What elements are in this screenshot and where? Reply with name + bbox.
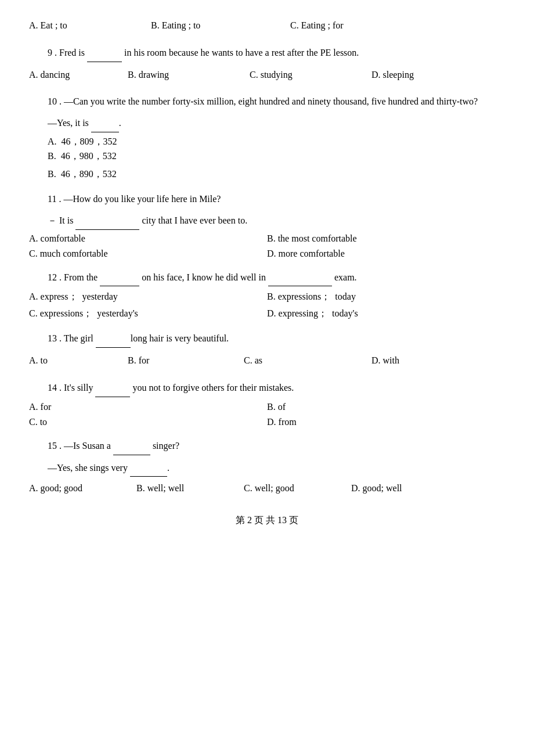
question-13: 13 . The girl long hair is very beautifu… <box>29 330 505 369</box>
q14-option-b: B. of <box>267 402 505 412</box>
q13-option-c: C. as <box>244 352 366 369</box>
q13-options: A. to B. for C. as D. with <box>29 352 505 369</box>
question-abc: A. Eat ; to B. Eating ; to C. Eating ; f… <box>29 17 505 34</box>
q13-option-a: A. to <box>29 352 122 369</box>
q10-text: 10 . —Can you write the number forty-six… <box>29 93 505 110</box>
q11-options-row2: C. much comfortable D. more comfortable <box>29 249 505 259</box>
q10-answer: —Yes, it is . <box>29 115 505 132</box>
q10-option-b1: B. 46，980，532 <box>29 150 505 163</box>
question-12: 12 . From the on his face, I know he did… <box>29 269 505 321</box>
q15-option-c: C. well; good <box>244 480 345 497</box>
q13-option-d: D. with <box>371 352 488 369</box>
question-10: 10 . —Can you write the number forty-six… <box>29 93 505 181</box>
q12-text: 12 . From the on his face, I know he did… <box>29 269 505 287</box>
page-number: 第 2 页 共 13 页 <box>236 515 298 525</box>
q14-blank <box>95 380 130 397</box>
q12-options-row2: C. expressions； yesterday's D. expressin… <box>29 308 505 320</box>
q15-option-a: A. good; good <box>29 480 131 497</box>
q14-option-d: D. from <box>267 417 505 427</box>
q15-option-b: B. well; well <box>136 480 238 497</box>
q11-option-b: B. the most comfortable <box>267 233 505 244</box>
question-15: 15 . —Is Susan a singer? —Yes, she sings… <box>29 438 505 497</box>
q12-options: A. express； yesterday B. expressions； to… <box>29 291 505 303</box>
q15-line1: 15 . —Is Susan a singer? <box>29 438 505 455</box>
q15-options: A. good; good B. well; well C. well; goo… <box>29 480 505 497</box>
q12-option-d: D. expressing； today's <box>267 308 505 320</box>
q12-blank1 <box>100 269 139 287</box>
option-b: B. Eating ; to <box>151 17 284 34</box>
q9-option-a: A. dancing <box>29 67 122 84</box>
q11-option-a: A. comfortable <box>29 233 267 244</box>
q12-option-b: B. expressions； today <box>267 291 505 303</box>
q14-options: A. for B. of <box>29 402 505 412</box>
q11-option-c: C. much comfortable <box>29 249 267 259</box>
q11-options: A. comfortable B. the most comfortable <box>29 233 505 244</box>
q12-blank2 <box>268 269 332 287</box>
q13-text: 13 . The girl long hair is very beautifu… <box>29 330 505 348</box>
q10-blank <box>91 115 119 132</box>
q9-option-b: B. drawing <box>128 67 244 84</box>
q11-text: 11 . —How do you like your life here in … <box>29 191 505 208</box>
option-a: A. Eat ; to <box>29 17 145 34</box>
q11-answer: － It is city that I have ever been to. <box>29 213 505 230</box>
q9-option-d: D. sleeping <box>371 67 488 84</box>
q15-blank2 <box>130 460 167 477</box>
q9-option-c: C. studying <box>250 67 366 84</box>
q9-blank <box>87 45 122 62</box>
page-footer: 第 2 页 共 13 页 <box>29 514 505 527</box>
option-c: C. Eating ; for <box>290 17 406 34</box>
q12-option-a: A. express； yesterday <box>29 291 267 303</box>
q12-option-c: C. expressions； yesterday's <box>29 308 267 320</box>
question-14: 14 . It's silly you not to forgive other… <box>29 380 505 427</box>
q10-option-b2: B. 46，890，532 <box>29 168 505 181</box>
question-11: 11 . —How do you like your life here in … <box>29 191 505 259</box>
q14-options-row2: C. to D. from <box>29 417 505 427</box>
q14-option-c: C. to <box>29 417 267 427</box>
q15-blank1 <box>113 438 150 455</box>
q9-text: 9 . Fred is in his room because he wants… <box>29 45 505 62</box>
q11-blank <box>75 213 139 230</box>
q10-option-a: A. 46，809，352 <box>29 136 505 148</box>
q15-option-d: D. good; well <box>351 480 467 497</box>
q13-blank <box>96 330 131 348</box>
q14-option-a: A. for <box>29 402 267 412</box>
q13-option-b: B. for <box>128 352 238 369</box>
question-9: 9 . Fred is in his room because he wants… <box>29 45 505 84</box>
q11-option-d: D. more comfortable <box>267 249 505 259</box>
q15-line2: —Yes, she sings very . <box>29 460 505 477</box>
q14-text: 14 . It's silly you not to forgive other… <box>29 380 505 397</box>
